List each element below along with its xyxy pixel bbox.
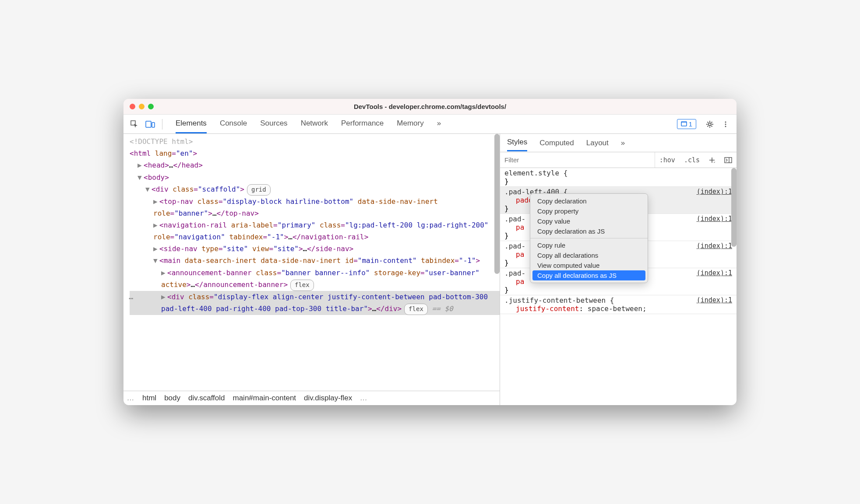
- dom-navrail[interactable]: ▶<navigation-rail aria-label="primary" c…: [130, 219, 500, 243]
- crumb-selected[interactable]: div.display-flex: [304, 394, 352, 402]
- dom-head[interactable]: ▶<head>…</head>: [130, 159, 500, 171]
- tab-layout[interactable]: Layout: [586, 135, 609, 151]
- dom-announcement[interactable]: ▶<announcement-banner class="banner bann…: [130, 267, 500, 291]
- menu-view-computed[interactable]: View computed value: [530, 260, 648, 270]
- dom-body[interactable]: ▼<body>: [130, 172, 500, 183]
- tab-network[interactable]: Network: [301, 115, 328, 133]
- svg-point-5: [725, 121, 726, 122]
- rule-source[interactable]: (index):1: [697, 188, 732, 196]
- issues-badge[interactable]: 1: [677, 119, 696, 129]
- svg-rect-8: [725, 158, 732, 163]
- content-area: <!DOCTYPE html> <html lang="en"> ▶<head>…: [123, 134, 737, 405]
- crumb-main[interactable]: main#main-content: [233, 394, 296, 402]
- dom-topnav[interactable]: ▶<top-nav class="display-block hairline-…: [130, 196, 500, 219]
- dom-selected[interactable]: ⋯▶<div class="display-flex align-center …: [130, 291, 500, 315]
- flex-pill[interactable]: flex: [290, 280, 314, 291]
- flex-pill[interactable]: flex: [404, 304, 428, 315]
- svg-point-7: [725, 126, 726, 127]
- issues-count: 1: [689, 120, 692, 128]
- tab-styles[interactable]: Styles: [507, 134, 527, 151]
- menu-copy-declaration[interactable]: Copy declaration: [530, 196, 648, 206]
- menu-copy-rule[interactable]: Copy rule: [530, 240, 648, 250]
- tab-overflow[interactable]: »: [437, 115, 441, 133]
- scrollbar[interactable]: [731, 168, 737, 247]
- rule-element-style[interactable]: element.style { }: [500, 168, 737, 187]
- dom-sidenav[interactable]: ▶<side-nav type="site" view="site">…</si…: [130, 243, 500, 255]
- hov-toggle[interactable]: :hov: [655, 156, 680, 164]
- minimize-icon[interactable]: [139, 104, 145, 109]
- rule-source[interactable]: (index):1: [697, 296, 732, 304]
- dom-doctype[interactable]: <!DOCTYPE html>: [130, 136, 500, 147]
- svg-rect-2: [152, 122, 155, 127]
- kebab-icon[interactable]: [719, 118, 732, 131]
- window-title: DevTools - developer.chrome.com/tags/dev…: [123, 103, 737, 110]
- svg-point-6: [725, 123, 726, 125]
- menu-copy-property[interactable]: Copy property: [530, 206, 648, 216]
- dom-html[interactable]: <html lang="en">: [130, 147, 500, 159]
- tab-elements[interactable]: Elements: [176, 115, 207, 133]
- rule-source[interactable]: (index):1: [697, 242, 732, 250]
- devtools-window: DevTools - developer.chrome.com/tags/dev…: [123, 99, 737, 405]
- cls-toggle[interactable]: .cls: [680, 156, 704, 164]
- filter-input[interactable]: [500, 152, 655, 168]
- crumb-body[interactable]: body: [164, 394, 180, 402]
- dom-tree[interactable]: <!DOCTYPE html> <html lang="en"> ▶<head>…: [123, 134, 500, 391]
- menu-copy-all-as-js[interactable]: Copy all declarations as JS: [532, 270, 645, 280]
- main-toolbar: Elements Console Sources Network Perform…: [123, 115, 737, 134]
- divider: [162, 119, 162, 130]
- svg-rect-1: [146, 121, 151, 127]
- device-toggle-icon[interactable]: [144, 118, 157, 131]
- panel-tabs: Elements Console Sources Network Perform…: [176, 115, 441, 133]
- dom-scaffold[interactable]: ▼<div class="scaffold">grid: [130, 183, 500, 196]
- close-icon[interactable]: [130, 104, 135, 109]
- context-menu: Copy declaration Copy property Copy valu…: [530, 193, 648, 283]
- inspect-icon[interactable]: [128, 118, 141, 131]
- styles-panel: Styles Computed Layout » :hov .cls: [500, 134, 737, 405]
- grid-pill[interactable]: grid: [247, 184, 271, 196]
- rule-source[interactable]: (index):1: [697, 269, 732, 277]
- menu-copy-all-declarations[interactable]: Copy all declarations: [530, 250, 648, 260]
- elements-panel: <!DOCTYPE html> <html lang="en"> ▶<head>…: [123, 134, 500, 405]
- styles-tabs: Styles Computed Layout »: [500, 134, 737, 152]
- tab-console[interactable]: Console: [220, 115, 247, 133]
- rule-source[interactable]: (index):1: [697, 215, 732, 223]
- titlebar: DevTools - developer.chrome.com/tags/dev…: [123, 99, 737, 115]
- tab-performance[interactable]: Performance: [341, 115, 384, 133]
- sidebar-toggle-icon[interactable]: [720, 157, 737, 163]
- menu-separator: [530, 238, 648, 238]
- rule-justify[interactable]: (index):1 .justify-content-between { jus…: [500, 295, 737, 314]
- svg-point-4: [708, 123, 711, 126]
- maximize-icon[interactable]: [148, 104, 154, 109]
- traffic-lights: [130, 104, 154, 109]
- settings-icon[interactable]: [703, 118, 716, 131]
- add-rule-icon[interactable]: [704, 157, 720, 164]
- breadcrumb[interactable]: … html body div.scaffold main#main-conte…: [123, 391, 500, 405]
- menu-copy-declaration-as-js[interactable]: Copy declaration as JS: [530, 226, 648, 236]
- tab-overflow[interactable]: »: [621, 135, 625, 151]
- menu-copy-value[interactable]: Copy value: [530, 216, 648, 226]
- styles-rules[interactable]: element.style { } (index):1 .pad-left-40…: [500, 168, 737, 405]
- tab-sources[interactable]: Sources: [260, 115, 287, 133]
- scrollbar[interactable]: [494, 134, 500, 274]
- filter-row: :hov .cls: [500, 152, 737, 168]
- crumb-scaffold[interactable]: div.scaffold: [188, 394, 225, 402]
- tab-computed[interactable]: Computed: [539, 135, 574, 151]
- dom-main[interactable]: ▼<main data-search-inert data-side-nav-i…: [130, 255, 500, 266]
- tab-memory[interactable]: Memory: [397, 115, 423, 133]
- crumb-html[interactable]: html: [142, 394, 156, 402]
